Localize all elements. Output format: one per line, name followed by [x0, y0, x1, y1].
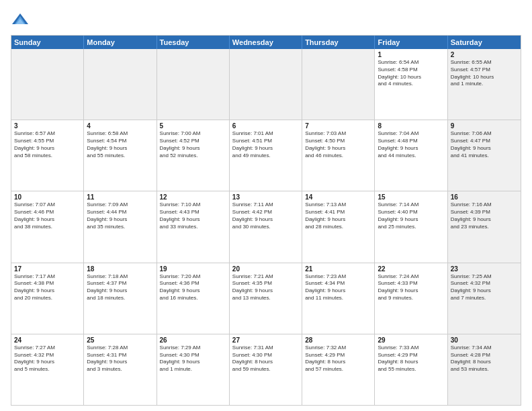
- calendar-cell: 1Sunrise: 6:54 AM Sunset: 4:58 PM Daylig…: [375, 49, 447, 120]
- day-number: 4: [87, 122, 153, 130]
- calendar-header-day: Sunday: [11, 36, 84, 49]
- day-info: Sunrise: 7:10 AM Sunset: 4:43 PM Dayligh…: [160, 201, 226, 230]
- calendar-week-row: 17Sunrise: 7:17 AM Sunset: 4:38 PM Dayli…: [11, 263, 521, 334]
- calendar-header-day: Monday: [84, 36, 157, 49]
- calendar-header-day: Thursday: [302, 36, 375, 49]
- day-number: 10: [14, 193, 81, 201]
- day-number: 15: [378, 193, 444, 201]
- calendar-cell: [157, 49, 230, 120]
- calendar-cell: 7Sunrise: 7:03 AM Sunset: 4:50 PM Daylig…: [302, 120, 375, 191]
- day-number: 22: [378, 265, 444, 273]
- calendar-cell: 17Sunrise: 7:17 AM Sunset: 4:38 PM Dayli…: [11, 263, 84, 334]
- day-number: 16: [451, 193, 518, 201]
- calendar-cell: 10Sunrise: 7:07 AM Sunset: 4:46 PM Dayli…: [11, 191, 84, 262]
- calendar: SundayMondayTuesdayWednesdayThursdayFrid…: [11, 35, 521, 406]
- calendar-cell: 28Sunrise: 7:32 AM Sunset: 4:29 PM Dayli…: [302, 334, 375, 405]
- calendar-cell: 22Sunrise: 7:24 AM Sunset: 4:33 PM Dayli…: [375, 263, 447, 334]
- day-info: Sunrise: 7:13 AM Sunset: 4:41 PM Dayligh…: [305, 201, 371, 230]
- calendar-cell: 14Sunrise: 7:13 AM Sunset: 4:41 PM Dayli…: [302, 191, 375, 262]
- calendar-week-row: 24Sunrise: 7:27 AM Sunset: 4:32 PM Dayli…: [11, 334, 521, 405]
- day-number: 26: [160, 336, 226, 344]
- day-info: Sunrise: 7:20 AM Sunset: 4:36 PM Dayligh…: [160, 273, 226, 302]
- calendar-cell: 3Sunrise: 6:57 AM Sunset: 4:55 PM Daylig…: [11, 120, 84, 191]
- day-info: Sunrise: 7:23 AM Sunset: 4:34 PM Dayligh…: [305, 273, 371, 302]
- day-number: 21: [305, 265, 371, 273]
- calendar-cell: 2Sunrise: 6:55 AM Sunset: 4:57 PM Daylig…: [448, 49, 521, 120]
- day-info: Sunrise: 7:32 AM Sunset: 4:29 PM Dayligh…: [305, 345, 371, 373]
- day-number: 11: [87, 193, 153, 201]
- day-number: 14: [305, 193, 371, 201]
- day-number: 27: [232, 336, 299, 344]
- day-number: 6: [232, 122, 299, 130]
- calendar-cell: [302, 49, 375, 120]
- day-number: 28: [305, 336, 371, 344]
- day-info: Sunrise: 7:29 AM Sunset: 4:30 PM Dayligh…: [160, 345, 226, 373]
- calendar-cell: 8Sunrise: 7:04 AM Sunset: 4:48 PM Daylig…: [375, 120, 447, 191]
- day-info: Sunrise: 7:18 AM Sunset: 4:37 PM Dayligh…: [87, 273, 153, 302]
- day-info: Sunrise: 7:09 AM Sunset: 4:44 PM Dayligh…: [87, 201, 153, 230]
- day-number: 25: [87, 336, 153, 344]
- calendar-cell: 19Sunrise: 7:20 AM Sunset: 4:36 PM Dayli…: [157, 263, 230, 334]
- day-info: Sunrise: 7:16 AM Sunset: 4:39 PM Dayligh…: [451, 201, 518, 230]
- calendar-cell: 12Sunrise: 7:10 AM Sunset: 4:43 PM Dayli…: [157, 191, 230, 262]
- day-info: Sunrise: 7:03 AM Sunset: 4:50 PM Dayligh…: [305, 130, 371, 159]
- day-info: Sunrise: 7:25 AM Sunset: 4:32 PM Dayligh…: [451, 273, 518, 302]
- calendar-cell: 16Sunrise: 7:16 AM Sunset: 4:39 PM Dayli…: [448, 191, 521, 262]
- calendar-cell: 6Sunrise: 7:01 AM Sunset: 4:51 PM Daylig…: [230, 120, 302, 191]
- day-number: 5: [160, 122, 226, 130]
- calendar-week-row: 1Sunrise: 6:54 AM Sunset: 4:58 PM Daylig…: [11, 49, 521, 120]
- header: [11, 11, 521, 30]
- day-info: Sunrise: 7:01 AM Sunset: 4:51 PM Dayligh…: [232, 130, 299, 159]
- day-info: Sunrise: 7:27 AM Sunset: 4:32 PM Dayligh…: [14, 345, 81, 373]
- calendar-cell: 11Sunrise: 7:09 AM Sunset: 4:44 PM Dayli…: [84, 191, 157, 262]
- calendar-cell: 30Sunrise: 7:34 AM Sunset: 4:28 PM Dayli…: [448, 334, 521, 405]
- calendar-week-row: 3Sunrise: 6:57 AM Sunset: 4:55 PM Daylig…: [11, 120, 521, 191]
- calendar-cell: 4Sunrise: 6:58 AM Sunset: 4:54 PM Daylig…: [84, 120, 157, 191]
- day-info: Sunrise: 6:54 AM Sunset: 4:58 PM Dayligh…: [378, 59, 444, 88]
- day-number: 30: [451, 336, 518, 344]
- day-number: 12: [160, 193, 226, 201]
- day-number: 1: [378, 51, 444, 58]
- day-number: 19: [160, 265, 226, 273]
- day-info: Sunrise: 6:55 AM Sunset: 4:57 PM Dayligh…: [451, 59, 518, 88]
- calendar-cell: 20Sunrise: 7:21 AM Sunset: 4:35 PM Dayli…: [230, 263, 302, 334]
- page: SundayMondayTuesdayWednesdayThursdayFrid…: [0, 0, 532, 411]
- calendar-body: 1Sunrise: 6:54 AM Sunset: 4:58 PM Daylig…: [11, 49, 521, 405]
- day-number: 9: [451, 122, 518, 130]
- calendar-cell: 26Sunrise: 7:29 AM Sunset: 4:30 PM Dayli…: [157, 334, 230, 405]
- calendar-cell: 18Sunrise: 7:18 AM Sunset: 4:37 PM Dayli…: [84, 263, 157, 334]
- day-number: 18: [87, 265, 153, 273]
- day-info: Sunrise: 7:04 AM Sunset: 4:48 PM Dayligh…: [378, 130, 444, 159]
- calendar-header-day: Friday: [375, 36, 447, 49]
- day-info: Sunrise: 7:17 AM Sunset: 4:38 PM Dayligh…: [14, 273, 81, 302]
- calendar-week-row: 10Sunrise: 7:07 AM Sunset: 4:46 PM Dayli…: [11, 191, 521, 263]
- day-info: Sunrise: 7:28 AM Sunset: 4:31 PM Dayligh…: [87, 345, 153, 373]
- day-number: 13: [232, 193, 299, 201]
- calendar-cell: 23Sunrise: 7:25 AM Sunset: 4:32 PM Dayli…: [448, 263, 521, 334]
- day-info: Sunrise: 7:14 AM Sunset: 4:40 PM Dayligh…: [378, 201, 444, 230]
- calendar-cell: [230, 49, 302, 120]
- day-info: Sunrise: 7:00 AM Sunset: 4:52 PM Dayligh…: [160, 130, 226, 159]
- day-number: 3: [14, 122, 81, 130]
- calendar-header-day: Tuesday: [157, 36, 230, 49]
- calendar-cell: 21Sunrise: 7:23 AM Sunset: 4:34 PM Dayli…: [302, 263, 375, 334]
- calendar-cell: [84, 49, 157, 120]
- day-info: Sunrise: 6:58 AM Sunset: 4:54 PM Dayligh…: [87, 130, 153, 159]
- calendar-cell: 5Sunrise: 7:00 AM Sunset: 4:52 PM Daylig…: [157, 120, 230, 191]
- day-info: Sunrise: 7:06 AM Sunset: 4:47 PM Dayligh…: [451, 130, 518, 159]
- day-number: 7: [305, 122, 371, 130]
- day-number: 24: [14, 336, 81, 344]
- calendar-header: SundayMondayTuesdayWednesdayThursdayFrid…: [11, 36, 521, 49]
- calendar-cell: 15Sunrise: 7:14 AM Sunset: 4:40 PM Dayli…: [375, 191, 447, 262]
- day-number: 20: [232, 265, 299, 273]
- calendar-cell: 9Sunrise: 7:06 AM Sunset: 4:47 PM Daylig…: [448, 120, 521, 191]
- calendar-header-day: Saturday: [448, 36, 521, 49]
- day-number: 17: [14, 265, 81, 273]
- day-info: Sunrise: 6:57 AM Sunset: 4:55 PM Dayligh…: [14, 130, 81, 159]
- day-info: Sunrise: 7:24 AM Sunset: 4:33 PM Dayligh…: [378, 273, 444, 302]
- calendar-header-day: Wednesday: [230, 36, 302, 49]
- day-info: Sunrise: 7:21 AM Sunset: 4:35 PM Dayligh…: [232, 273, 299, 302]
- day-info: Sunrise: 7:31 AM Sunset: 4:30 PM Dayligh…: [232, 345, 299, 373]
- calendar-cell: 13Sunrise: 7:11 AM Sunset: 4:42 PM Dayli…: [230, 191, 302, 262]
- day-info: Sunrise: 7:33 AM Sunset: 4:29 PM Dayligh…: [378, 345, 444, 373]
